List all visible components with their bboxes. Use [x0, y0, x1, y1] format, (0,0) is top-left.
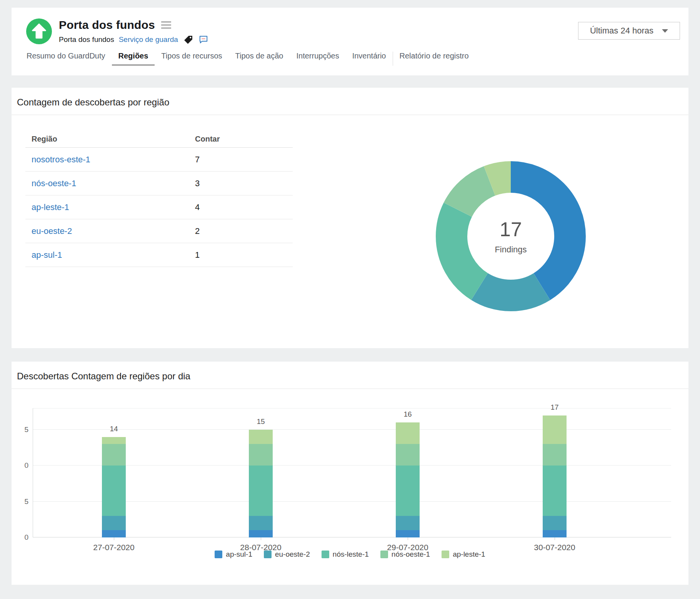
tab-interrupções[interactable]: Interrupções — [290, 52, 345, 66]
bar-segment-nós-leste-1[interactable] — [102, 466, 126, 516]
region-count-value: 3 — [192, 179, 293, 189]
legend-label: nós-leste-1 — [333, 550, 369, 559]
legend-swatch — [322, 551, 329, 558]
bar-total-label: 14 — [91, 425, 137, 433]
x-axis-tick — [408, 537, 408, 540]
bar-total-label: 17 — [532, 403, 578, 412]
panel-title: Contagem de descobertas por região — [17, 97, 169, 107]
gridline — [33, 537, 671, 537]
tab-tipos-de-recursos[interactable]: Tipos de recursos — [155, 52, 228, 66]
comment-bubble-icon[interactable] — [198, 35, 208, 45]
column-header-region: Região — [25, 135, 192, 143]
column-header-count: Contar — [192, 135, 293, 143]
bar-segment-nós-oeste-1[interactable] — [543, 444, 567, 466]
legend-swatch — [442, 551, 449, 558]
region-count-value: 4 — [192, 202, 293, 212]
region-link[interactable]: ap-leste-1 — [25, 202, 192, 212]
region-link[interactable]: nosotros-este-1 — [25, 155, 192, 165]
bar-segment-ap-leste-1[interactable] — [543, 415, 567, 444]
bar-total-label: 15 — [238, 417, 284, 426]
gridline — [33, 465, 671, 466]
gridline — [33, 501, 671, 502]
daily-findings-bar-chart: 05051427-07-20201528-07-20201629-07-2020… — [33, 408, 671, 537]
bar-segment-eu-oeste-2[interactable] — [396, 516, 420, 530]
table-row: ap-leste-14 — [25, 195, 293, 219]
region-link[interactable]: nós-oeste-1 — [25, 179, 192, 189]
legend-item-nós-leste-1[interactable]: nós-leste-1 — [322, 550, 369, 559]
table-header-row: Região Contar — [25, 131, 293, 148]
legend-label: ap-sul-1 — [226, 550, 252, 559]
stacked-bar-28-07-2020[interactable] — [249, 430, 273, 537]
bar-segment-ap-leste-1[interactable] — [102, 437, 126, 444]
bar-segment-nós-oeste-1[interactable] — [102, 444, 126, 466]
stacked-bar-30-07-2020[interactable] — [543, 415, 567, 537]
region-link[interactable]: eu-oeste-2 — [25, 226, 192, 236]
bar-segment-nós-oeste-1[interactable] — [249, 444, 273, 466]
x-axis-tick — [555, 537, 555, 540]
panel-findings-by-day: Descobertas Contagem de regiões por dia … — [12, 362, 688, 585]
bar-segment-eu-oeste-2[interactable] — [102, 516, 126, 530]
table-row: ap-sul-11 — [25, 243, 293, 267]
legend-label: ap-leste-1 — [453, 550, 485, 559]
time-range-value: Últimas 24 horas — [590, 26, 653, 36]
table-row: eu-oeste-22 — [25, 219, 293, 243]
chart-legend: ap-sul-1eu-oeste-2nós-leste-1nós-oeste-1… — [12, 550, 688, 559]
table-row: nós-oeste-13 — [25, 172, 293, 195]
legend-item-nós-oeste-1[interactable]: nós-oeste-1 — [380, 550, 430, 559]
tab-resumo-do-guardduty[interactable]: Resumo do GuardDuty — [20, 52, 112, 66]
legend-swatch — [380, 551, 388, 558]
bar-segment-ap-leste-1[interactable] — [249, 430, 273, 444]
service-link[interactable]: Serviço de guarda — [119, 35, 178, 44]
legend-item-ap-leste-1[interactable]: ap-leste-1 — [442, 550, 485, 559]
y-axis-label: 5 — [15, 425, 28, 434]
bar-segment-nós-oeste-1[interactable] — [396, 444, 420, 466]
time-range-dropdown[interactable]: Últimas 24 horas — [578, 22, 680, 40]
region-count-value: 7 — [192, 155, 293, 165]
y-axis-label: 0 — [15, 533, 28, 542]
legend-swatch — [264, 551, 272, 558]
bar-segment-ap-leste-1[interactable] — [396, 422, 420, 444]
region-link[interactable]: ap-sul-1 — [25, 250, 192, 260]
tab-inventário[interactable]: Inventário — [346, 52, 393, 66]
legend-swatch — [215, 551, 222, 558]
x-axis-tick — [114, 537, 114, 540]
bar-segment-ap-sul-1[interactable] — [396, 530, 420, 537]
region-count-table: Região Contar nosotros-este-17nós-oeste-… — [25, 131, 293, 267]
legend-label: nós-oeste-1 — [392, 550, 430, 559]
bar-segment-nós-leste-1[interactable] — [543, 466, 567, 516]
dashboard-header: Porta dos fundos Porta dos fundos Serviç… — [12, 8, 688, 75]
tag-icon[interactable] — [183, 35, 193, 45]
page-title: Porta dos fundos — [59, 18, 155, 32]
region-count-value: 2 — [192, 226, 293, 236]
legend-item-eu-oeste-2[interactable]: eu-oeste-2 — [264, 550, 310, 559]
panel-title: Descobertas Contagem de regiões por dia — [17, 371, 190, 381]
x-axis-tick — [261, 537, 261, 540]
legend-item-ap-sul-1[interactable]: ap-sul-1 — [215, 550, 252, 559]
region-count-value: 1 — [192, 250, 293, 260]
chevron-down-icon — [662, 29, 668, 33]
findings-donut-chart: 17 Findings — [434, 159, 588, 313]
tab-relatório-de-registro[interactable]: Relatório de registro — [393, 52, 475, 66]
stacked-bar-29-07-2020[interactable] — [396, 422, 420, 537]
bar-segment-nós-leste-1[interactable] — [249, 466, 273, 516]
bar-segment-nós-leste-1[interactable] — [396, 466, 420, 516]
bar-segment-ap-sul-1[interactable] — [102, 530, 126, 537]
legend-label: eu-oeste-2 — [275, 550, 310, 559]
tab-bar: Resumo do GuardDutyRegiõesTipos de recur… — [12, 52, 688, 66]
tab-regiões[interactable]: Regiões — [112, 52, 155, 66]
bar-segment-ap-sul-1[interactable] — [543, 530, 567, 537]
bar-segment-ap-sul-1[interactable] — [249, 530, 273, 537]
panel-findings-by-region: Contagem de descobertas por região Regiã… — [12, 88, 688, 348]
dashboard-name: Porta dos fundos — [59, 35, 114, 44]
hamburger-menu-icon[interactable] — [161, 20, 171, 30]
table-row: nosotros-este-17 — [25, 148, 293, 172]
bar-segment-eu-oeste-2[interactable] — [249, 516, 273, 530]
up-arrow-circle-icon — [26, 18, 52, 44]
tab-tipos-de-ação[interactable]: Tipos de ação — [229, 52, 290, 66]
bar-segment-eu-oeste-2[interactable] — [543, 516, 567, 530]
y-axis-label: 5 — [15, 497, 28, 506]
bar-total-label: 16 — [385, 410, 431, 419]
y-axis-label: 0 — [15, 461, 28, 470]
stacked-bar-27-07-2020[interactable] — [102, 437, 126, 537]
